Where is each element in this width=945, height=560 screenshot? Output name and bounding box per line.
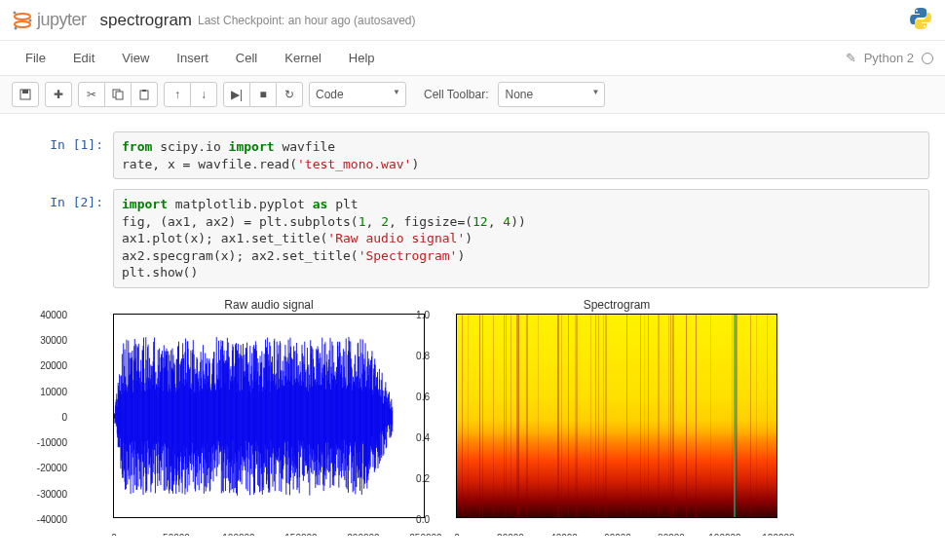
jupyter-logo[interactable]: jupyter [12, 10, 87, 31]
svg-point-1 [15, 21, 30, 27]
python-icon [908, 6, 933, 31]
svg-rect-12 [142, 90, 146, 92]
arrow-up-icon: ↑ [174, 88, 180, 101]
cell-type-select[interactable]: Code [309, 82, 406, 107]
scissors-icon: ✂ [87, 88, 96, 101]
menu-view[interactable]: View [108, 45, 163, 71]
menu-insert[interactable]: Insert [163, 45, 222, 71]
move-down-button[interactable]: ↓ [190, 82, 217, 107]
menu-kernel[interactable]: Kernel [271, 45, 335, 71]
input-prompt: In [2]: [16, 189, 113, 288]
arrow-down-icon: ↓ [201, 88, 207, 101]
notebook-container: In [1]: from scipy.io import wavfile rat… [0, 114, 945, 536]
save-icon [19, 89, 31, 100]
code-cell[interactable]: In [2]: import matplotlib.pyplot as plt … [16, 189, 929, 288]
menubar: File Edit View Insert Cell Kernel Help ✎… [0, 41, 945, 76]
code-cell[interactable]: In [1]: from scipy.io import wavfile rat… [16, 131, 929, 179]
chart-plot-area: -40000-30000-20000-100000100002000030000… [113, 314, 425, 518]
menu-file[interactable]: File [12, 45, 59, 71]
toolbar: ✚ ✂ ↑ ↓ ▶| ■ ↻ Code Cell Toolbar: None [0, 76, 945, 114]
svg-point-3 [29, 19, 32, 21]
checkpoint-status: Last Checkpoint: an hour ago (autosaved) [198, 14, 415, 27]
svg-point-4 [15, 26, 18, 29]
copy-icon [112, 89, 124, 100]
cut-button[interactable]: ✂ [78, 82, 105, 107]
refresh-icon: ↻ [284, 88, 294, 101]
step-forward-icon: ▶| [231, 88, 243, 101]
cell-output: Raw audio signal -40000-30000-20000-1000… [113, 298, 929, 518]
code-input[interactable]: from scipy.io import wavfile rate, x = w… [113, 131, 929, 179]
svg-rect-11 [140, 91, 148, 99]
svg-rect-8 [22, 90, 28, 93]
chart-plot-area: 0.00.20.40.60.81.0 020000400006000080000… [456, 314, 777, 518]
svg-point-2 [14, 11, 17, 14]
notebook-title[interactable]: spectrogram [100, 11, 192, 30]
plus-icon: ✚ [54, 88, 63, 101]
run-button[interactable]: ▶| [223, 82, 250, 107]
svg-rect-10 [116, 92, 123, 99]
svg-point-6 [924, 25, 926, 27]
kernel-name: Python 2 [864, 51, 914, 65]
svg-point-0 [15, 14, 30, 19]
paste-button[interactable] [131, 82, 158, 107]
menu-cell[interactable]: Cell [222, 45, 271, 71]
stop-icon: ■ [259, 88, 266, 101]
code-input[interactable]: import matplotlib.pyplot as plt fig, (ax… [113, 189, 929, 288]
move-up-button[interactable]: ↑ [164, 82, 191, 107]
svg-point-5 [916, 10, 918, 12]
spectrogram-overlay [457, 315, 776, 517]
kernel-indicator-icon [922, 53, 933, 64]
paste-icon [138, 89, 150, 100]
python-logo [908, 6, 933, 34]
pencil-icon[interactable]: ✎ [846, 51, 856, 65]
add-cell-button[interactable]: ✚ [45, 82, 72, 107]
restart-button[interactable]: ↻ [276, 82, 303, 107]
input-prompt: In [1]: [16, 131, 113, 179]
cell-toolbar-select[interactable]: None [498, 82, 605, 107]
notebook-header: jupyter spectrogram Last Checkpoint: an … [0, 0, 945, 41]
menu-edit[interactable]: Edit [59, 45, 108, 71]
copy-button[interactable] [104, 82, 132, 107]
chart-title: Raw audio signal [113, 298, 425, 312]
cell-toolbar-label: Cell Toolbar: [424, 88, 488, 101]
jupyter-icon [12, 10, 33, 31]
chart-spectrogram: Spectrogram 0.00.20.40.60.81.0 020000400… [456, 298, 777, 518]
chart-raw-audio: Raw audio signal -40000-30000-20000-1000… [113, 298, 425, 518]
waveform-svg [114, 315, 424, 518]
jupyter-logo-text: jupyter [37, 10, 87, 30]
save-button[interactable] [12, 82, 39, 107]
interrupt-button[interactable]: ■ [249, 82, 277, 107]
menu-help[interactable]: Help [335, 45, 389, 71]
chart-title: Spectrogram [456, 298, 777, 312]
